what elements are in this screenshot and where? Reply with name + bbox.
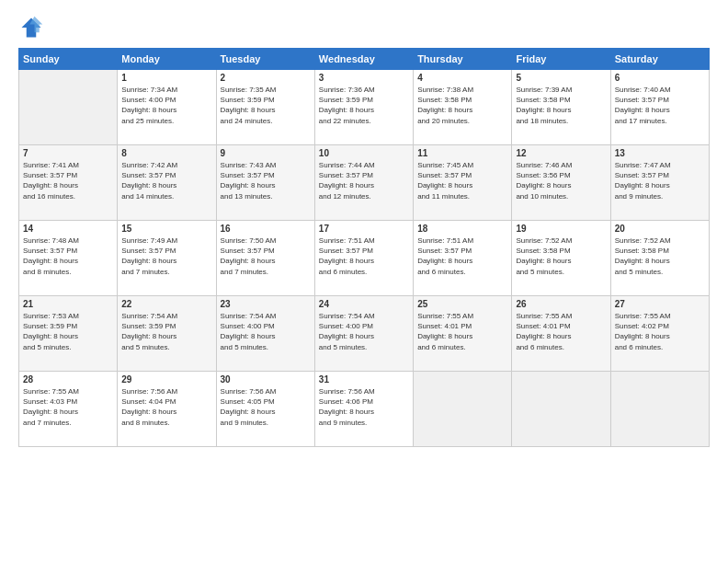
- day-info: Sunrise: 7:49 AM Sunset: 3:57 PM Dayligh…: [121, 236, 211, 277]
- calendar-day-cell: 8Sunrise: 7:42 AM Sunset: 3:57 PM Daylig…: [118, 145, 216, 221]
- day-number: 17: [319, 224, 409, 234]
- day-number: 9: [221, 148, 311, 158]
- day-info: Sunrise: 7:43 AM Sunset: 3:57 PM Dayligh…: [221, 160, 311, 201]
- calendar-day-cell: 10Sunrise: 7:44 AM Sunset: 3:57 PM Dayli…: [314, 145, 413, 221]
- weekday-header: Friday: [512, 49, 610, 70]
- day-info: Sunrise: 7:44 AM Sunset: 3:57 PM Dayligh…: [319, 160, 409, 201]
- day-number: 5: [516, 73, 606, 83]
- day-info: Sunrise: 7:48 AM Sunset: 3:57 PM Dayligh…: [23, 236, 113, 277]
- calendar-day-cell: 2Sunrise: 7:35 AM Sunset: 3:59 PM Daylig…: [216, 70, 314, 145]
- calendar-day-cell: 14Sunrise: 7:48 AM Sunset: 3:57 PM Dayli…: [19, 221, 118, 296]
- weekday-header: Thursday: [414, 49, 512, 70]
- calendar-day-cell: 17Sunrise: 7:51 AM Sunset: 3:57 PM Dayli…: [314, 221, 413, 296]
- day-info: Sunrise: 7:42 AM Sunset: 3:57 PM Dayligh…: [121, 160, 211, 201]
- day-info: Sunrise: 7:36 AM Sunset: 3:59 PM Dayligh…: [319, 85, 409, 126]
- calendar-day-cell: 15Sunrise: 7:49 AM Sunset: 3:57 PM Dayli…: [118, 221, 216, 296]
- day-number: 28: [23, 374, 113, 385]
- header-row: SundayMondayTuesdayWednesdayThursdayFrid…: [19, 49, 710, 70]
- calendar-day-cell: 25Sunrise: 7:55 AM Sunset: 4:01 PM Dayli…: [414, 296, 512, 372]
- day-info: Sunrise: 7:54 AM Sunset: 4:00 PM Dayligh…: [221, 311, 311, 352]
- calendar-day-cell: [610, 372, 709, 447]
- day-number: 23: [221, 299, 311, 309]
- day-number: 1: [121, 73, 211, 83]
- calendar-day-cell: 11Sunrise: 7:45 AM Sunset: 3:57 PM Dayli…: [414, 145, 512, 221]
- day-number: 12: [516, 148, 606, 158]
- day-number: 13: [615, 148, 705, 158]
- day-number: 20: [615, 224, 705, 234]
- calendar-day-cell: 13Sunrise: 7:47 AM Sunset: 3:57 PM Dayli…: [610, 145, 709, 221]
- calendar-day-cell: 1Sunrise: 7:34 AM Sunset: 4:00 PM Daylig…: [118, 70, 216, 145]
- day-info: Sunrise: 7:56 AM Sunset: 4:05 PM Dayligh…: [221, 386, 311, 428]
- calendar-day-cell: [512, 372, 610, 447]
- day-number: 7: [23, 148, 113, 158]
- weekday-header: Tuesday: [216, 49, 314, 70]
- logo-icon: [18, 15, 44, 40]
- day-info: Sunrise: 7:50 AM Sunset: 3:57 PM Dayligh…: [221, 236, 311, 277]
- day-number: 30: [221, 374, 311, 385]
- calendar-day-cell: 21Sunrise: 7:53 AM Sunset: 3:59 PM Dayli…: [19, 296, 118, 372]
- calendar-week-row: 21Sunrise: 7:53 AM Sunset: 3:59 PM Dayli…: [19, 296, 710, 372]
- day-info: Sunrise: 7:40 AM Sunset: 3:57 PM Dayligh…: [615, 85, 705, 126]
- calendar-week-row: 1Sunrise: 7:34 AM Sunset: 4:00 PM Daylig…: [19, 70, 710, 145]
- day-number: 10: [319, 148, 409, 158]
- calendar-day-cell: 9Sunrise: 7:43 AM Sunset: 3:57 PM Daylig…: [216, 145, 314, 221]
- day-info: Sunrise: 7:55 AM Sunset: 4:01 PM Dayligh…: [417, 311, 507, 352]
- calendar-day-cell: 28Sunrise: 7:55 AM Sunset: 4:03 PM Dayli…: [19, 372, 118, 447]
- day-info: Sunrise: 7:54 AM Sunset: 3:59 PM Dayligh…: [121, 311, 211, 352]
- calendar-day-cell: 6Sunrise: 7:40 AM Sunset: 3:57 PM Daylig…: [610, 70, 709, 145]
- day-info: Sunrise: 7:41 AM Sunset: 3:57 PM Dayligh…: [23, 160, 113, 201]
- day-number: 25: [417, 299, 507, 309]
- calendar-week-row: 28Sunrise: 7:55 AM Sunset: 4:03 PM Dayli…: [19, 372, 710, 447]
- calendar-day-cell: 26Sunrise: 7:55 AM Sunset: 4:01 PM Dayli…: [512, 296, 610, 372]
- calendar-day-cell: 4Sunrise: 7:38 AM Sunset: 3:58 PM Daylig…: [414, 70, 512, 145]
- day-number: 6: [615, 73, 705, 83]
- day-number: 18: [417, 224, 507, 234]
- day-number: 16: [221, 224, 311, 234]
- calendar-day-cell: 31Sunrise: 7:56 AM Sunset: 4:06 PM Dayli…: [314, 372, 413, 447]
- calendar-day-cell: 18Sunrise: 7:51 AM Sunset: 3:57 PM Dayli…: [414, 221, 512, 296]
- weekday-header: Saturday: [610, 49, 709, 70]
- calendar-day-cell: [19, 70, 118, 145]
- day-number: 14: [23, 224, 113, 234]
- day-number: 4: [417, 73, 507, 83]
- day-info: Sunrise: 7:34 AM Sunset: 4:00 PM Dayligh…: [121, 85, 211, 126]
- day-info: Sunrise: 7:52 AM Sunset: 3:58 PM Dayligh…: [615, 236, 705, 277]
- calendar-day-cell: 24Sunrise: 7:54 AM Sunset: 4:00 PM Dayli…: [314, 296, 413, 372]
- header: [18, 15, 710, 40]
- day-info: Sunrise: 7:53 AM Sunset: 3:59 PM Dayligh…: [23, 311, 113, 352]
- day-info: Sunrise: 7:56 AM Sunset: 4:06 PM Dayligh…: [319, 386, 409, 428]
- day-number: 8: [121, 148, 211, 158]
- day-info: Sunrise: 7:51 AM Sunset: 3:57 PM Dayligh…: [319, 236, 409, 277]
- day-number: 19: [516, 224, 606, 234]
- calendar-day-cell: 30Sunrise: 7:56 AM Sunset: 4:05 PM Dayli…: [216, 372, 314, 447]
- day-info: Sunrise: 7:38 AM Sunset: 3:58 PM Dayligh…: [417, 85, 507, 126]
- day-info: Sunrise: 7:51 AM Sunset: 3:57 PM Dayligh…: [417, 236, 507, 277]
- day-number: 22: [121, 299, 211, 309]
- day-info: Sunrise: 7:35 AM Sunset: 3:59 PM Dayligh…: [221, 85, 311, 126]
- day-info: Sunrise: 7:46 AM Sunset: 3:56 PM Dayligh…: [516, 160, 606, 201]
- weekday-header: Wednesday: [314, 49, 413, 70]
- calendar-day-cell: 22Sunrise: 7:54 AM Sunset: 3:59 PM Dayli…: [118, 296, 216, 372]
- day-number: 29: [121, 374, 211, 385]
- calendar-day-cell: 7Sunrise: 7:41 AM Sunset: 3:57 PM Daylig…: [19, 145, 118, 221]
- day-info: Sunrise: 7:55 AM Sunset: 4:01 PM Dayligh…: [516, 311, 606, 352]
- day-number: 26: [516, 299, 606, 309]
- calendar-day-cell: 23Sunrise: 7:54 AM Sunset: 4:00 PM Dayli…: [216, 296, 314, 372]
- calendar-day-cell: 3Sunrise: 7:36 AM Sunset: 3:59 PM Daylig…: [314, 70, 413, 145]
- day-number: 3: [319, 73, 409, 83]
- calendar-day-cell: 20Sunrise: 7:52 AM Sunset: 3:58 PM Dayli…: [610, 221, 709, 296]
- day-number: 15: [121, 224, 211, 234]
- logo: [18, 15, 48, 40]
- weekday-header: Sunday: [19, 49, 118, 70]
- calendar-day-cell: 16Sunrise: 7:50 AM Sunset: 3:57 PM Dayli…: [216, 221, 314, 296]
- calendar-day-cell: 12Sunrise: 7:46 AM Sunset: 3:56 PM Dayli…: [512, 145, 610, 221]
- day-number: 24: [319, 299, 409, 309]
- calendar-day-cell: 27Sunrise: 7:55 AM Sunset: 4:02 PM Dayli…: [610, 296, 709, 372]
- calendar-day-cell: 19Sunrise: 7:52 AM Sunset: 3:58 PM Dayli…: [512, 221, 610, 296]
- day-info: Sunrise: 7:47 AM Sunset: 3:57 PM Dayligh…: [615, 160, 705, 201]
- day-number: 11: [417, 148, 507, 158]
- calendar-week-row: 7Sunrise: 7:41 AM Sunset: 3:57 PM Daylig…: [19, 145, 710, 221]
- day-info: Sunrise: 7:56 AM Sunset: 4:04 PM Dayligh…: [121, 386, 211, 428]
- calendar-table: SundayMondayTuesdayWednesdayThursdayFrid…: [18, 48, 710, 447]
- day-number: 31: [319, 374, 409, 385]
